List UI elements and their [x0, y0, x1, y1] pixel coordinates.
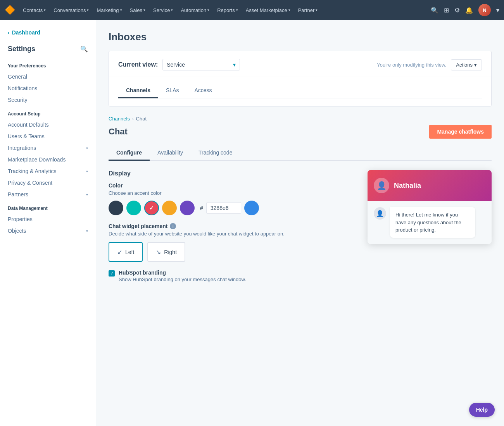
chat-preview-body: 👤 Hi there! Let me know if you have any … [368, 201, 492, 244]
color-preview-swatch[interactable] [244, 201, 259, 215]
top-navigation: 🔶 Contacts ▾ Conversations ▾ Marketing ▾… [0, 0, 504, 20]
placement-left-option[interactable]: ↙ Left [109, 242, 143, 262]
subtabs-row: Configure Availability Tracking code [109, 146, 492, 161]
nav-item-reports[interactable]: Reports ▾ [214, 5, 241, 15]
modify-view-text: You're only modifying this view. [377, 62, 446, 68]
current-view-label: Current view: [118, 61, 158, 68]
user-menu-chevron-icon[interactable]: ▾ [496, 7, 499, 14]
nav-item-automation[interactable]: Automation ▾ [178, 5, 212, 15]
chevron-down-icon: ▾ [143, 8, 145, 12]
nav-item-partner[interactable]: Partner ▾ [295, 5, 321, 15]
color-field-sublabel: Choose an accent color [109, 190, 352, 196]
chevron-down-icon: ▾ [207, 8, 209, 12]
chevron-down-icon: ▾ [236, 8, 238, 12]
two-column-layout: Display Color Choose an accent color ✓ # [109, 170, 492, 282]
nav-item-sales[interactable]: Sales ▾ [127, 5, 149, 15]
grid-icon[interactable]: ⊞ [444, 7, 449, 14]
page-wrapper: ‹ Dashboard Settings 🔍 Your Preferences … [0, 20, 504, 426]
chevron-down-icon: ▾ [120, 8, 122, 12]
chevron-down-icon: ▾ [86, 229, 88, 233]
color-hash-symbol: # [200, 205, 203, 211]
page-title: Inboxes [109, 31, 492, 43]
sidebar-item-notifications[interactable]: Notifications [0, 82, 96, 94]
sidebar-section-data-management: Data Management [0, 200, 96, 213]
sidebar-item-account-defaults[interactable]: Account Defaults [0, 119, 96, 131]
sidebar-item-users-teams[interactable]: Users & Teams [0, 131, 96, 142]
info-icon[interactable]: i [170, 223, 176, 229]
color-swatch-purple[interactable] [180, 201, 195, 215]
check-icon: ✓ [110, 271, 114, 276]
color-swatch-teal[interactable] [126, 201, 141, 215]
left-column: Display Color Choose an accent color ✓ # [109, 170, 352, 282]
breadcrumb-current: Chat [136, 116, 147, 122]
chat-preview: 👤 Nathalia 👤 Hi there! Let me know if yo… [368, 170, 492, 244]
placement-right-option[interactable]: ↘ Right [147, 242, 185, 262]
view-select-arrow-icon: ▾ [233, 62, 236, 68]
sidebar-item-integrations[interactable]: Integrations ▾ [0, 142, 96, 154]
hubspot-branding-row: ✓ HubSpot branding Show HubSpot branding… [109, 270, 352, 282]
chevron-down-icon: ▾ [288, 8, 290, 12]
breadcrumb: Channels › Chat [109, 116, 492, 122]
current-view-section: Current view: Service ▾ You're only modi… [118, 59, 482, 77]
nav-item-conversations[interactable]: Conversations ▾ [50, 5, 92, 15]
subtab-configure[interactable]: Configure [109, 146, 150, 161]
breadcrumb-separator: › [132, 117, 134, 121]
tab-slas[interactable]: SLAs [158, 83, 186, 98]
sidebar-item-properties[interactable]: Properties [0, 213, 96, 225]
actions-button[interactable]: Actions ▾ [451, 59, 482, 70]
sidebar-item-objects[interactable]: Objects ▾ [0, 225, 96, 237]
nav-item-marketing[interactable]: Marketing ▾ [93, 5, 125, 15]
nav-item-contacts[interactable]: Contacts ▾ [20, 5, 49, 15]
color-swatch-dark-blue[interactable] [109, 201, 123, 215]
sidebar-item-privacy-consent[interactable]: Privacy & Consent [0, 177, 96, 189]
color-hex-input[interactable] [206, 202, 241, 214]
avatar[interactable]: N [478, 4, 491, 16]
chevron-down-icon: ▾ [171, 8, 173, 12]
preview-avatar-icon: 👤 [377, 181, 387, 190]
current-view-row: Current view: Service ▾ You're only modi… [118, 59, 482, 70]
chevron-down-icon: ▾ [86, 146, 88, 150]
subtab-availability[interactable]: Availability [150, 146, 191, 161]
search-icon[interactable]: 🔍 [431, 7, 438, 14]
hubspot-logo[interactable]: 🔶 [5, 5, 15, 15]
right-arrow-icon: ↘ [156, 248, 161, 256]
sidebar-item-general[interactable]: General [0, 71, 96, 82]
help-button[interactable]: Help [469, 403, 495, 417]
sidebar-item-partners[interactable]: Partners ▾ [0, 189, 96, 200]
manage-chatflows-button[interactable]: Manage chatflows [429, 125, 492, 139]
tab-access[interactable]: Access [186, 83, 219, 98]
sidebar-search-icon[interactable]: 🔍 [80, 45, 88, 53]
settings-card: Current view: Service ▾ You're only modi… [109, 51, 492, 106]
tab-channels[interactable]: Channels [118, 83, 158, 98]
sidebar-header: Settings 🔍 [0, 42, 96, 58]
color-swatch-orange[interactable] [162, 201, 177, 215]
sidebar-item-tracking-analytics[interactable]: Tracking & Analytics ▾ [0, 165, 96, 177]
chat-title: Chat [109, 127, 128, 137]
chevron-down-icon: ▾ [87, 8, 89, 12]
color-swatch-pink[interactable]: ✓ [144, 201, 159, 215]
sidebar-item-security[interactable]: Security [0, 94, 96, 106]
sidebar-title: Settings [8, 45, 35, 53]
sidebar: ‹ Dashboard Settings 🔍 Your Preferences … [0, 20, 96, 426]
chat-msg-bubble: Hi there! Let me know if you have any qu… [390, 207, 475, 238]
main-content: Inboxes Current view: Service ▾ You're o… [96, 20, 504, 426]
subtab-tracking-code[interactable]: Tracking code [191, 146, 240, 161]
chat-preview-message: 👤 Hi there! Let me know if you have any … [374, 207, 485, 238]
bell-icon[interactable]: 🔔 [465, 7, 473, 14]
chat-preview-column: 👤 Nathalia 👤 Hi there! Let me know if yo… [368, 170, 492, 244]
actions-chevron-icon: ▾ [474, 62, 477, 68]
settings-icon[interactable]: ⚙ [454, 7, 460, 14]
breadcrumb-channels-link[interactable]: Channels [109, 116, 130, 122]
content-area: Channels › Chat Chat Manage chatflows Co… [109, 116, 492, 282]
nav-item-asset-marketplace[interactable]: Asset Marketplace ▾ [243, 5, 293, 15]
sidebar-section-account-setup: Account Setup [0, 106, 96, 119]
view-select-dropdown[interactable]: Service ▾ [162, 59, 240, 70]
left-arrow-icon: ↙ [117, 248, 122, 256]
sidebar-item-marketplace-downloads[interactable]: Marketplace Downloads [0, 154, 96, 165]
nav-item-service[interactable]: Service ▾ [150, 5, 176, 15]
placement-sublabel: Decide what side of your website you wou… [109, 231, 352, 237]
hubspot-branding-checkbox[interactable]: ✓ [109, 270, 115, 277]
sidebar-back-button[interactable]: ‹ Dashboard [0, 26, 96, 42]
chevron-down-icon: ▾ [316, 8, 318, 12]
chat-preview-avatar: 👤 [374, 178, 389, 193]
